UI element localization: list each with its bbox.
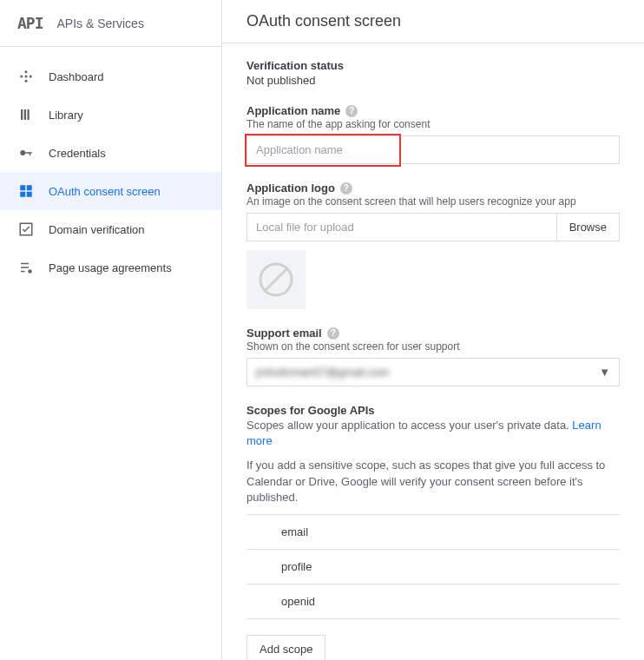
svg-rect-13 (27, 185, 32, 190)
help-icon[interactable]: ? (345, 105, 358, 117)
sidebar-item-library[interactable]: Library (0, 96, 221, 134)
svg-rect-10 (30, 152, 31, 155)
svg-point-8 (20, 150, 25, 155)
api-logo: API (17, 14, 43, 32)
app-name-label: Application name ? (246, 104, 358, 117)
svg-rect-11 (20, 185, 25, 190)
scopes-hint: Scopes allow your application to access … (246, 419, 569, 432)
svg-point-19 (28, 269, 32, 274)
scope-row: openid (246, 584, 620, 619)
nav-label: OAuth consent screen (49, 185, 161, 198)
nav-label: Domain verification (49, 223, 145, 236)
svg-point-2 (30, 76, 32, 78)
help-icon[interactable]: ? (327, 327, 339, 340)
svg-rect-9 (25, 152, 32, 154)
support-email-hint: Shown on the consent screen for user sup… (246, 340, 620, 353)
app-logo-label: Application logo ? (246, 182, 352, 195)
page-title: OAuth consent screen (222, 0, 644, 43)
library-icon (17, 106, 35, 123)
verification-value: Not published (246, 74, 620, 87)
svg-point-1 (20, 76, 23, 78)
support-email-value: jmholtzman57@gmail.com (256, 366, 389, 379)
chevron-down-icon: ▼ (599, 366, 610, 379)
app-name-input[interactable] (246, 135, 620, 164)
sidebar-item-oauth-consent[interactable]: OAuth consent screen (0, 172, 221, 210)
scopes-section: Scopes for Google APIs Scopes allow your… (246, 402, 620, 660)
sidebar-header: API APIs & Services (0, 0, 221, 47)
svg-rect-12 (20, 192, 25, 197)
sidebar: API APIs & Services Dashboard Library (0, 0, 222, 660)
scope-row: email (246, 515, 620, 550)
svg-point-4 (25, 80, 28, 82)
app-logo-hint: An image on the consent screen that will… (246, 195, 620, 208)
upload-path-input[interactable]: Local file for upload (246, 213, 557, 241)
sidebar-item-dashboard[interactable]: Dashboard (0, 57, 221, 96)
verification-label: Verification status (246, 59, 620, 72)
agreements-icon (17, 259, 35, 276)
sidebar-item-credentials[interactable]: Credentials (0, 134, 221, 172)
add-scope-button[interactable]: Add scope (246, 635, 325, 660)
svg-point-3 (25, 70, 28, 73)
svg-rect-7 (28, 109, 30, 120)
nav-label: Page usage agreements (49, 261, 172, 274)
logo-placeholder (246, 250, 306, 309)
nav-label: Library (49, 109, 83, 122)
scopes-warning: If you add a sensitive scope, such as sc… (246, 458, 620, 505)
nav-label: Credentials (49, 147, 106, 160)
sidebar-item-page-usage[interactable]: Page usage agreements (0, 248, 221, 287)
check-icon (17, 221, 35, 238)
verification-status: Verification status Not published (246, 59, 620, 87)
svg-rect-5 (21, 109, 23, 120)
key-icon (17, 144, 35, 162)
sidebar-title: APIs & Services (57, 16, 144, 30)
scopes-label: Scopes for Google APIs (246, 404, 375, 417)
scope-list: email profile openid (246, 514, 620, 619)
sidebar-item-domain-verification[interactable]: Domain verification (0, 210, 221, 248)
main-content: OAuth consent screen Verification status… (222, 0, 644, 660)
support-email-field: Support email ? Shown on the consent scr… (246, 325, 620, 386)
no-image-icon (259, 262, 293, 297)
svg-point-0 (25, 76, 28, 78)
application-name-field: Application name ? The name of the app a… (246, 102, 620, 164)
help-icon[interactable]: ? (340, 182, 352, 195)
app-name-hint: The name of the app asking for consent (246, 118, 620, 130)
consent-icon (17, 182, 35, 200)
svg-line-21 (266, 269, 286, 290)
application-logo-field: Application logo ? An image on the conse… (246, 180, 620, 309)
sidebar-nav: Dashboard Library Credentials OAuth cons… (0, 47, 221, 287)
nav-label: Dashboard (49, 70, 104, 83)
support-email-label: Support email ? (246, 327, 339, 340)
svg-rect-14 (27, 192, 32, 197)
browse-button[interactable]: Browse (557, 213, 620, 241)
scope-row: profile (246, 550, 620, 584)
dashboard-icon (17, 68, 35, 85)
svg-rect-6 (24, 109, 26, 120)
support-email-select[interactable]: jmholtzman57@gmail.com ▼ (246, 358, 620, 386)
